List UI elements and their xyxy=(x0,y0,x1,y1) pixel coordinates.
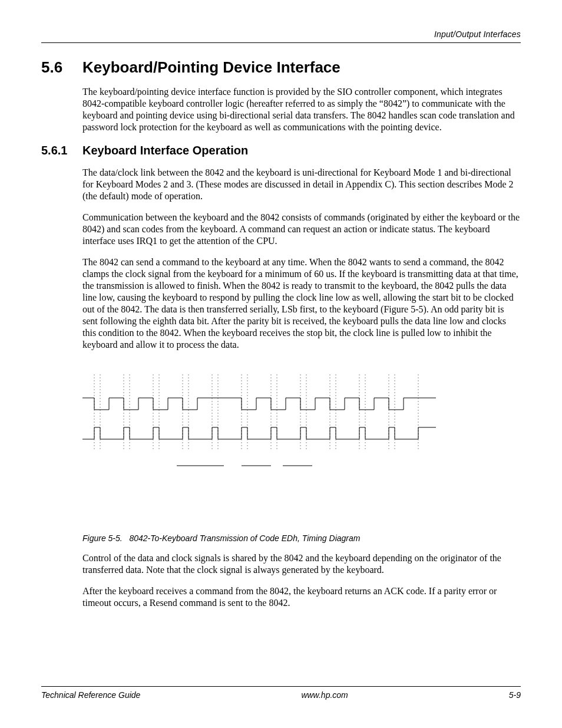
footer-left: Technical Reference Guide xyxy=(41,690,140,700)
footer-right: 5-9 xyxy=(509,690,521,700)
subsection-paragraph-1: The data/clock link between the 8042 and… xyxy=(82,167,521,202)
footer-center: www.hp.com xyxy=(301,690,348,700)
post-figure-paragraph-1: Control of the data and clock signals is… xyxy=(82,552,521,576)
subsection-heading: 5.6.1 Keyboard Interface Operation xyxy=(41,144,521,157)
subsection-number: 5.6.1 xyxy=(41,144,82,157)
figure-caption-text: 8042-To-Keyboard Transmission of Code ED… xyxy=(129,533,360,543)
section-title: Keyboard/Pointing Device Interface xyxy=(82,58,340,77)
figure-caption: Figure 5-5. 8042-To-Keyboard Transmissio… xyxy=(82,533,521,543)
figure-caption-label: Figure 5-5. xyxy=(82,533,123,543)
page: Input/Output Interfaces 5.6 Keyboard/Poi… xyxy=(0,0,562,728)
subsection-paragraph-3: The 8042 can send a command to the keybo… xyxy=(82,256,521,351)
post-figure-paragraph-2: After the keyboard receives a command fr… xyxy=(82,585,521,609)
subsection-title: Keyboard Interface Operation xyxy=(82,144,248,157)
section-paragraph: The keyboard/pointing device interface f… xyxy=(82,86,521,133)
subsection-paragraph-2: Communication between the keyboard and t… xyxy=(82,212,521,247)
timing-diagram-svg xyxy=(82,374,436,480)
section-heading: 5.6 Keyboard/Pointing Device Interface xyxy=(41,58,521,77)
timing-diagram-figure xyxy=(82,374,521,480)
section-number: 5.6 xyxy=(41,58,82,77)
page-footer: Technical Reference Guide www.hp.com 5-9 xyxy=(41,686,521,700)
running-head: Input/Output Interfaces xyxy=(41,29,521,43)
